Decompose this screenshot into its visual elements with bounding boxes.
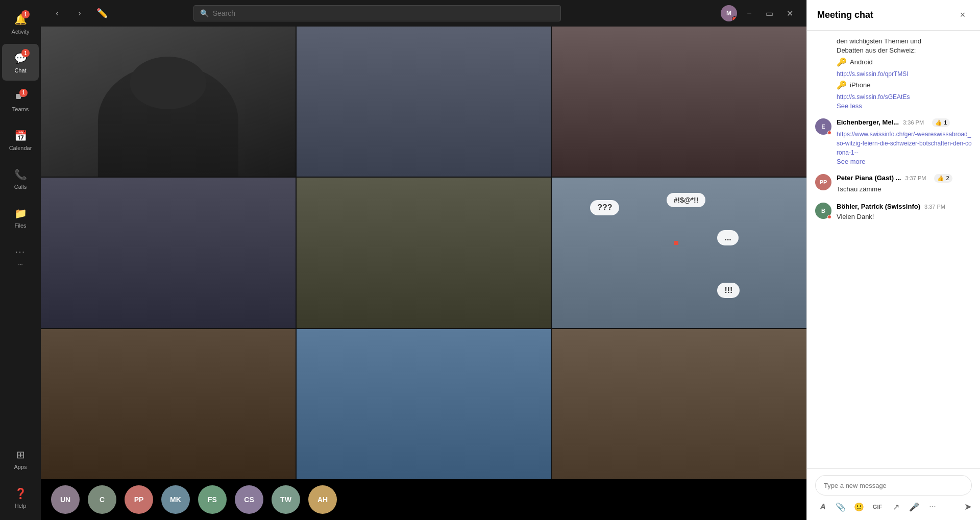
participant-MK[interactable]: MK [161, 485, 190, 514]
compose-button[interactable]: ✏️ [94, 5, 110, 21]
sidebar-item-activity[interactable]: 🔔 1 Activity [2, 5, 39, 42]
participant-CS[interactable]: CS [235, 485, 263, 514]
online-status-dot [732, 16, 737, 21]
reaction-bubble-4: !!! [717, 283, 740, 298]
close-button[interactable]: ✕ [782, 5, 798, 21]
sidebar-item-chat-label: Chat [14, 67, 26, 73]
back-button[interactable]: ‹ [49, 5, 65, 21]
send-button[interactable]: ➤ [964, 501, 972, 512]
topbar: ‹ › ✏️ 🔍 M − ▭ ✕ [41, 0, 806, 27]
msg-body-eichenberger: Eichenberger, Mel... 3:36 PM 👍 1 https:/… [837, 118, 972, 166]
msg-platform-iphone: 🔑 iPhone [837, 80, 972, 90]
more-options-button[interactable]: ··· [925, 500, 940, 514]
msg-body-bohler: Böhler, Patrick (Swissinfo) 3:37 PM Viel… [837, 203, 972, 221]
msg-reaction-eichenberger: 👍 1 [932, 118, 950, 127]
sidebar: 🔔 1 Activity 💬 1 Chat 1 Teams 📅 Calendar [0, 0, 41, 520]
video-cell-4 [41, 178, 296, 328]
participant-C[interactable]: C [88, 485, 116, 514]
dictate-button[interactable]: 🎤 [907, 500, 921, 514]
msg-time-eichenberger: 3:36 PM [903, 119, 924, 126]
attach-button[interactable]: 📎 [834, 500, 848, 514]
video-grid: ??? #!$@*!! ... !!! [41, 27, 806, 479]
maximize-button[interactable]: ▭ [762, 5, 778, 21]
bohler-online-dot [827, 215, 831, 219]
chat-messages: den wichtigsten Themen undDebatten aus d… [807, 31, 980, 468]
msg-time-bohler: 3:37 PM [924, 204, 945, 210]
avatar-bohler: B [815, 203, 831, 219]
eichenberger-link[interactable]: https://www.swissinfo.ch/ger/-weareswiss… [837, 131, 972, 156]
participant-TW[interactable]: TW [272, 485, 300, 514]
see-more-link[interactable]: See more [837, 158, 865, 165]
video-cell-2 [297, 27, 551, 177]
participant-PP[interactable]: PP [125, 485, 153, 514]
see-less-link[interactable]: See less [837, 102, 862, 110]
msg-name-bohler: Böhler, Patrick (Swissinfo) [837, 203, 920, 210]
send-later-button[interactable]: ↗ [889, 500, 903, 514]
participant-bar: UN C PP MK FS CS TW AH [41, 479, 806, 520]
format-button[interactable]: 𝘼 [815, 500, 829, 514]
msg-text-peter: Tschau zämme [837, 185, 972, 194]
files-icon: 📁 [14, 207, 27, 219]
video-area: ??? #!$@*!! ... !!! UN [41, 27, 806, 520]
sidebar-item-calls[interactable]: 📞 Calls [2, 160, 39, 197]
android-icon: 🔑 [837, 57, 847, 67]
chat-message-peter: PP Peter Piana (Gast) ... 3:37 PM 👍 2 Ts… [815, 174, 972, 194]
forward-button[interactable]: › [71, 5, 88, 21]
iphone-icon: 🔑 [837, 80, 847, 90]
sidebar-item-calendar[interactable]: 📅 Calendar [2, 121, 39, 158]
search-bar: 🔍 [193, 5, 561, 21]
gif-button[interactable]: GIF [870, 500, 885, 514]
android-link[interactable]: http://s.swissin.fo/qprTMSl [837, 70, 908, 78]
msg-header-peter: Peter Piana (Gast) ... 3:37 PM 👍 2 [837, 174, 972, 183]
chat-message-eichenberger: E Eichenberger, Mel... 3:36 PM 👍 1 https… [815, 118, 972, 166]
video-cell-5 [297, 178, 551, 328]
platform-android-label: Android [850, 58, 873, 66]
sidebar-item-apps-label: Apps [14, 464, 27, 470]
msg-body-1: den wichtigsten Themen undDebatten aus d… [837, 37, 972, 110]
emoji-button[interactable]: 🙂 [852, 500, 866, 514]
minimize-button[interactable]: − [741, 5, 757, 21]
platform-iphone-label: iPhone [850, 81, 870, 89]
sidebar-item-files[interactable]: 📁 Files [2, 199, 39, 236]
sidebar-item-chat[interactable]: 💬 1 Chat [2, 44, 39, 81]
avatar-peter: PP [815, 174, 831, 190]
teams-badge: 1 [19, 89, 28, 97]
chat-title: Meeting chat [817, 10, 873, 20]
participant-FS[interactable]: FS [198, 485, 227, 514]
chat-message-input[interactable] [815, 475, 972, 496]
sidebar-item-more[interactable]: ··· ··· [2, 238, 39, 275]
search-input[interactable] [213, 9, 554, 17]
video-cell-1 [41, 27, 296, 177]
eichenberger-online-dot [827, 131, 831, 135]
chat-header: Meeting chat × [807, 0, 980, 31]
sidebar-item-help-label: Help [15, 503, 27, 509]
sidebar-item-teams[interactable]: 1 Teams [2, 83, 39, 119]
msg-platform-android: 🔑 Android [837, 57, 972, 67]
reaction-bubble-2: #!$@*!! [667, 193, 706, 207]
sidebar-item-help[interactable]: ❓ Help [2, 479, 39, 516]
chat-toolbar: 𝘼 📎 🙂 GIF ↗ 🎤 ··· ➤ [815, 500, 972, 514]
msg-reaction-peter: 👍 2 [934, 174, 952, 183]
sidebar-item-calendar-label: Calendar [9, 145, 32, 151]
sidebar-item-calls-label: Calls [14, 184, 27, 190]
video-cell-7 [41, 329, 296, 479]
msg-body-peter: Peter Piana (Gast) ... 3:37 PM 👍 2 Tscha… [837, 174, 972, 194]
activity-badge: 1 [21, 10, 30, 18]
chat-close-button[interactable]: × [955, 8, 970, 22]
sidebar-item-apps[interactable]: ⊞ Apps [2, 440, 39, 477]
teams-icon: 1 [14, 90, 27, 105]
sidebar-item-activity-label: Activity [12, 29, 30, 35]
chat-input-area: 𝘼 📎 🙂 GIF ↗ 🎤 ··· ➤ [807, 468, 980, 520]
sidebar-item-teams-label: Teams [12, 106, 29, 112]
participant-AH[interactable]: AH [308, 485, 337, 514]
participant-UN[interactable]: UN [51, 485, 80, 514]
calendar-icon: 📅 [14, 130, 27, 142]
sidebar-item-more-label: ··· [18, 261, 22, 267]
iphone-link[interactable]: http://s.swissin.fo/sGEAtEs [837, 93, 910, 101]
msg-name-peter: Peter Piana (Gast) ... [837, 174, 901, 182]
chat-panel: Meeting chat × den wichtigsten Themen un… [806, 0, 980, 520]
more-icon: ··· [15, 247, 25, 257]
calls-icon: 📞 [14, 168, 27, 181]
user-avatar[interactable]: M [721, 5, 737, 21]
msg-time-peter: 3:37 PM [905, 175, 926, 181]
